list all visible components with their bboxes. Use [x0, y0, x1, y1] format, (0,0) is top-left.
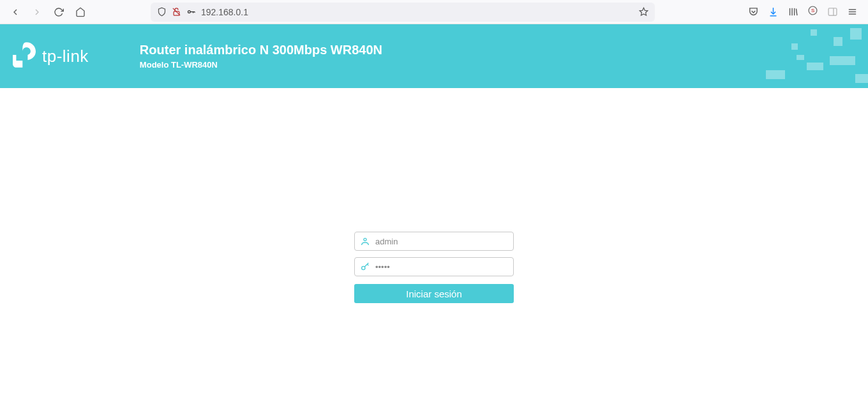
browser-toolbar: 192.168.0.1 S	[0, 0, 868, 24]
svg-line-11	[796, 9, 797, 16]
key-icon	[186, 7, 196, 17]
brand-logo: tp-link	[13, 42, 89, 70]
url-text: 192.168.0.1	[201, 7, 248, 17]
downloads-icon[interactable]	[768, 6, 779, 17]
password-input[interactable]	[375, 262, 508, 272]
svg-point-2	[188, 11, 191, 13]
page-title: Router inalámbrico N 300Mbps WR840N	[140, 43, 382, 57]
svg-marker-6	[640, 8, 648, 15]
back-button[interactable]	[6, 3, 24, 21]
svg-rect-14	[828, 8, 837, 15]
reload-button[interactable]	[50, 3, 68, 21]
username-field-wrap	[354, 232, 514, 251]
svg-line-23	[367, 264, 368, 265]
svg-point-20	[364, 239, 366, 241]
page-subtitle: Modelo TL-WR840N	[140, 60, 382, 70]
menu-icon[interactable]	[847, 6, 858, 17]
tplink-logo-icon	[13, 42, 36, 70]
lock-crossed-icon	[172, 7, 181, 17]
header-banner: tp-link Router inalámbrico N 300Mbps WR8…	[0, 24, 868, 88]
banner-decoration	[728, 24, 868, 88]
login-button[interactable]: Iniciar sesión	[354, 284, 514, 303]
sidebar-icon[interactable]	[827, 6, 838, 17]
user-icon	[360, 236, 370, 246]
noscript-icon[interactable]: S	[807, 5, 818, 19]
toolbar-right: S	[748, 5, 862, 19]
svg-text:S: S	[811, 8, 814, 13]
password-field-wrap	[354, 257, 514, 276]
home-button[interactable]	[71, 3, 89, 21]
brand-name: tp-link	[42, 47, 89, 66]
password-key-icon	[360, 262, 370, 272]
shield-icon	[157, 7, 167, 17]
bookmark-star-icon[interactable]	[639, 7, 648, 17]
library-icon[interactable]	[788, 6, 798, 17]
pocket-icon[interactable]	[748, 6, 759, 17]
username-input[interactable]	[375, 237, 508, 246]
svg-point-21	[362, 266, 365, 269]
forward-button[interactable]	[28, 3, 46, 21]
login-form: Iniciar sesión	[0, 232, 868, 303]
address-bar[interactable]: 192.168.0.1	[151, 3, 655, 22]
